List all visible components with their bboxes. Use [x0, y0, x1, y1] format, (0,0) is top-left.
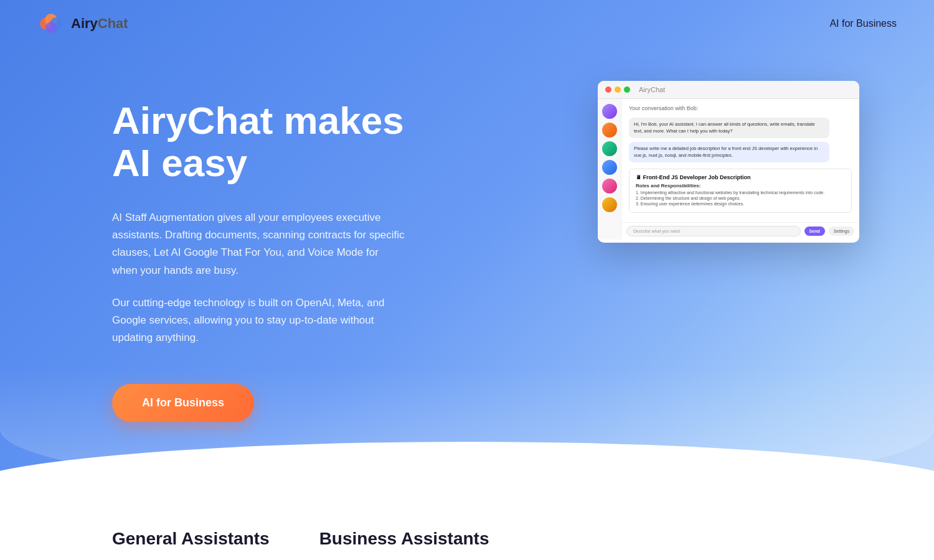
avatar-5 [602, 179, 617, 194]
cta-ai-for-business-button[interactable]: AI for Business [112, 384, 254, 422]
mockup-chat: Your conversation with Bob: Hi, I'm Bob,… [621, 99, 859, 222]
content-line-2: 2. Determining the structure and design … [636, 196, 845, 200]
logo-text: AiryChat [71, 16, 128, 32]
content-block-sub: Roles and Responsibilities: [636, 183, 845, 189]
hero-mockup: AiryChat Your conversation with Bob: Hi,… [598, 81, 859, 243]
dot-close [605, 86, 611, 93]
hero-title: AiryChat makes AI easy [112, 100, 405, 184]
bottom-section: General Assistants Business Assistants [0, 492, 934, 560]
avatar-2 [602, 123, 617, 138]
titlebar-label: AiryChat [639, 86, 665, 93]
bottom-col-general: General Assistants [112, 529, 270, 549]
content-line-3: 3. Ensuring user experience determines d… [636, 202, 845, 206]
avatar-3 [602, 141, 617, 156]
avatar-1 [602, 104, 617, 119]
hero-content: AiryChat makes AI easy AI Staff Augmenta… [0, 62, 405, 422]
chat-header: Your conversation with Bob: [629, 105, 852, 111]
mockup-titlebar: AiryChat [598, 81, 859, 99]
navbar: AiryChat AI for Business [0, 0, 934, 47]
dot-maximize [624, 86, 630, 93]
content-block-title: 🖥 Front-End JS Developer Job Description [636, 174, 845, 180]
hero-body-paragraph-2: Our cutting-edge technology is built on … [112, 294, 405, 347]
mockup-input-bar: Describe what you need Send Settings [621, 222, 859, 240]
dot-minimize [615, 86, 621, 93]
mockup-body: Your conversation with Bob: Hi, I'm Bob,… [598, 99, 859, 240]
logo[interactable]: AiryChat [37, 10, 128, 37]
general-assistants-heading: General Assistants [112, 529, 270, 549]
svg-point-3 [45, 22, 57, 33]
mockup-chat-input[interactable]: Describe what you need [626, 226, 801, 236]
avatar-4 [602, 160, 617, 175]
avatar-6 [602, 197, 617, 212]
bottom-col-business: Business Assistants [319, 529, 489, 549]
content-block: 🖥 Front-End JS Developer Job Description… [629, 169, 852, 213]
hero-curve [0, 442, 934, 492]
hero-body-paragraph-1: AI Staff Augmentation gives all your emp… [112, 209, 405, 279]
mockup-settings-button[interactable]: Settings [829, 226, 854, 236]
mockup-window: AiryChat Your conversation with Bob: Hi,… [598, 81, 859, 243]
hero-section: AiryChat makes AI easy AI Staff Augmenta… [0, 0, 934, 492]
chat-bubble-user-1: Please write me a detailed job descripti… [629, 142, 829, 162]
mockup-send-button[interactable]: Send [804, 226, 825, 236]
chat-bubble-ai-1: Hi, I'm Bob, your AI assistant. I can an… [629, 118, 829, 138]
mockup-sidebar [598, 99, 621, 240]
business-assistants-heading: Business Assistants [319, 529, 489, 549]
content-line-1: 1. Implementing attractive and functiona… [636, 190, 845, 195]
logo-icon [37, 10, 65, 37]
nav-ai-for-business-link[interactable]: AI for Business [829, 18, 897, 29]
titlebar-dots [605, 86, 630, 93]
